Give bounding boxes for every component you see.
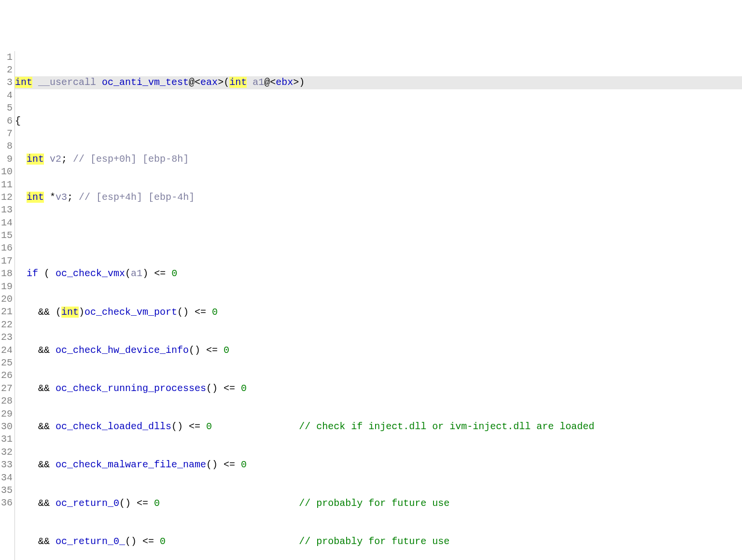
- keyword-int: int: [229, 77, 247, 88]
- code-line-8[interactable]: && oc_check_hw_device_info() <= 0: [15, 344, 742, 357]
- function-call: oc_check_running_processes: [56, 383, 206, 394]
- code-editor: 1234567891011121314151617181920212223242…: [0, 51, 742, 560]
- code-line-11[interactable]: && oc_check_malware_file_name() <= 0: [15, 459, 742, 471]
- line-number: 31: [1, 433, 13, 446]
- line-number: 12: [1, 191, 13, 204]
- function-call: oc_check_vm_port: [84, 307, 177, 318]
- number: 0: [154, 498, 160, 509]
- line-number: 36: [1, 497, 13, 509]
- comment: // check if inject.dll or ivm-inject.dll…: [299, 421, 594, 432]
- line-number: 5: [1, 102, 13, 114]
- code-line-9[interactable]: && oc_check_running_processes() <= 0: [15, 382, 742, 395]
- number: 0: [160, 536, 166, 547]
- function-call: oc_check_loaded_dlls: [56, 421, 171, 432]
- line-number: 10: [1, 166, 13, 178]
- param-a1: a1: [252, 77, 264, 88]
- code-area[interactable]: int __usercall oc_anti_vm_test@<eax>(int…: [15, 51, 742, 560]
- line-number: 28: [1, 395, 13, 407]
- keyword-int: int: [15, 77, 32, 88]
- stack-comment: // [esp+0h] [ebp-8h]: [73, 154, 189, 165]
- number: 0: [212, 307, 218, 318]
- function-call: oc_return_0: [56, 498, 119, 509]
- register-eax: eax: [200, 77, 218, 88]
- line-number: 24: [1, 344, 13, 357]
- code-line-2[interactable]: {: [15, 115, 742, 127]
- line-number: 2: [1, 64, 13, 76]
- var-v2: v2: [50, 154, 61, 165]
- line-number: 34: [1, 472, 13, 484]
- function-call: oc_check_malware_file_name: [56, 459, 206, 470]
- line-number: 25: [1, 357, 13, 369]
- function-call: oc_check_hw_device_info: [56, 345, 189, 356]
- line-number: 22: [1, 319, 13, 331]
- line-number: 15: [1, 229, 13, 242]
- code-line-13[interactable]: && oc_return_0_() <= 0 // probably for f…: [15, 535, 742, 548]
- line-number: 29: [1, 408, 13, 420]
- line-number: 26: [1, 369, 13, 382]
- function-name: oc_anti_vm_test: [102, 77, 189, 88]
- line-number-gutter: 1234567891011121314151617181920212223242…: [0, 51, 15, 560]
- line-number: 17: [1, 255, 13, 267]
- keyword-if: if: [27, 268, 38, 279]
- param-a1: a1: [131, 268, 142, 279]
- line-number: 33: [1, 459, 13, 471]
- code-line-10[interactable]: && oc_check_loaded_dlls() <= 0 // check …: [15, 420, 742, 433]
- line-number: 18: [1, 267, 13, 280]
- code-line-7[interactable]: && (int)oc_check_vm_port() <= 0: [15, 306, 742, 319]
- line-number: 14: [1, 217, 13, 229]
- keyword-int: int: [61, 307, 79, 318]
- function-call: oc_check_vmx: [56, 268, 125, 279]
- line-number: 30: [1, 420, 13, 433]
- comment: // probably for future use: [299, 536, 449, 547]
- code-line-3[interactable]: int v2; // [esp+0h] [ebp-8h]: [15, 153, 742, 166]
- code-line-6[interactable]: if ( oc_check_vmx(a1) <= 0: [15, 267, 742, 280]
- line-number: 16: [1, 242, 13, 254]
- calling-convention: __usercall: [32, 77, 102, 88]
- line-number: 9: [1, 153, 13, 166]
- number: 0: [241, 459, 247, 470]
- code-line-1[interactable]: int __usercall oc_anti_vm_test@<eax>(int…: [15, 76, 742, 89]
- number: 0: [171, 268, 177, 279]
- line-number: 1: [1, 51, 13, 64]
- line-number: 3: [1, 76, 13, 89]
- line-number: 19: [1, 280, 13, 293]
- line-number: 35: [1, 484, 13, 497]
- line-number: 32: [1, 446, 13, 459]
- number: 0: [224, 345, 229, 356]
- comment: // probably for future use: [299, 498, 449, 509]
- keyword-int: int: [27, 192, 44, 203]
- line-number: 13: [1, 204, 13, 216]
- line-number: 11: [1, 179, 13, 191]
- line-number: 27: [1, 382, 13, 395]
- code-line-12[interactable]: && oc_return_0() <= 0 // probably for fu…: [15, 497, 742, 510]
- line-number: 4: [1, 89, 13, 102]
- line-number: 21: [1, 306, 13, 318]
- code-line-4[interactable]: int *v3; // [esp+4h] [ebp-4h]: [15, 191, 742, 204]
- register-ebx: ebx: [276, 77, 293, 88]
- number: 0: [241, 383, 247, 394]
- line-number: 8: [1, 140, 13, 153]
- line-number: 6: [1, 115, 13, 127]
- number: 0: [206, 421, 212, 432]
- keyword-int: int: [27, 154, 44, 165]
- stack-comment: // [esp+4h] [ebp-4h]: [79, 192, 195, 203]
- code-line-5[interactable]: [15, 229, 742, 242]
- function-call: oc_return_0_: [56, 536, 125, 547]
- line-number: 23: [1, 331, 13, 344]
- line-number: 7: [1, 127, 13, 140]
- var-v3: v3: [56, 192, 67, 203]
- line-number: 20: [1, 293, 13, 306]
